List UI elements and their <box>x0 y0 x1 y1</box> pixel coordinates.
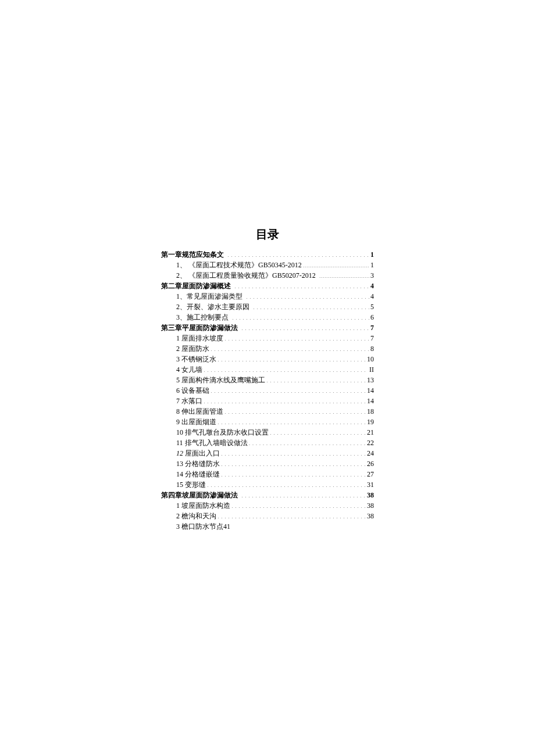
toc-entry-label: 9 出屋面烟道 <box>176 417 216 427</box>
toc-entry: 2 屋面防水8 <box>161 343 374 354</box>
toc-entry: 1 坡屋面防水构造38 <box>161 500 374 511</box>
toc-entry: 第四章坡屋面防渗漏做法38 <box>161 490 374 500</box>
toc-entry: 2、开裂、渗水主要原因5 <box>161 302 374 312</box>
toc-entry: 7 水落口14 <box>161 396 374 406</box>
toc-page-number: 14 <box>367 385 374 396</box>
toc-entry-label: 1、 《屋面工程技术规范》GB50345-2012 <box>176 260 302 270</box>
toc-leader <box>217 417 366 424</box>
toc-leader <box>241 490 366 497</box>
toc-entry: 4 女儿墙II <box>161 364 374 375</box>
toc-page-number: 38 <box>367 500 374 511</box>
toc-leader <box>204 396 366 403</box>
toc-entry: 6 设备基础14 <box>161 385 374 396</box>
toc-entry-label: 14 分格缝嵌缝 <box>176 469 220 479</box>
toc-entry-label: 7 水落口 <box>176 396 202 406</box>
toc-entry-label: 3、施工控制要点 <box>176 312 229 323</box>
toc-entry-label: 12 屋面出入口 <box>176 448 220 458</box>
toc-entry: 1、 《屋面工程技术规范》GB50345-20121 <box>161 260 374 270</box>
toc-entry: 第二章屋面防渗漏概述4 <box>161 281 374 291</box>
toc-entry: 14 分格缝嵌缝27 <box>161 469 374 479</box>
toc-page-number: 38 <box>367 490 374 500</box>
toc-page-number: 4 <box>370 291 374 302</box>
toc-leader <box>241 323 369 330</box>
toc-entry: 12 屋面出入口24 <box>161 448 374 458</box>
toc-entry: 2、 《屋面工程质量验收规范》GB50207-20123 <box>161 270 374 281</box>
toc-leader <box>246 292 369 299</box>
toc-page-number: 6 <box>370 312 374 323</box>
toc-leader <box>253 302 369 309</box>
toc-entry: 第三章平屋面防渗漏做法7 <box>161 323 374 333</box>
toc-entry: 1 屋面排水坡度7 <box>161 333 374 343</box>
toc-leader <box>234 281 369 288</box>
toc-leader <box>217 354 366 361</box>
toc-leader <box>319 271 369 278</box>
toc-page-number: 4 <box>370 281 374 291</box>
toc-leader <box>227 250 369 257</box>
toc-leader <box>204 365 368 372</box>
toc-page-number: 7 <box>370 333 374 343</box>
toc-entry-label: 4 女儿墙 <box>176 364 202 375</box>
toc-leader <box>303 260 369 267</box>
toc-entry-label: 15 变形缝 <box>176 479 206 490</box>
toc-entry: 第一章规范应知条文1 <box>161 249 374 260</box>
toc-page-number: 22 <box>367 438 374 448</box>
toc-entry: 5 屋面构件滴水线及鹰嘴施工13 <box>161 375 374 385</box>
toc-page-number: 26 <box>367 458 374 469</box>
toc-entry-label: 2 檐沟和天沟 <box>176 511 216 521</box>
toc-entry-label: 第三章平屋面防渗漏做法 <box>161 323 238 333</box>
toc-page-number: 1 <box>370 260 374 270</box>
toc-leader <box>232 313 369 320</box>
toc-page-number: 13 <box>367 375 374 385</box>
toc-leader <box>224 407 366 414</box>
toc-entry-label: 2、 《屋面工程质量验收规范》GB50207-2012 <box>176 270 316 281</box>
toc-entry-label: 8 伸出屋面管道 <box>176 406 223 417</box>
toc-entry-label: 3 檐口防水节点41 <box>176 521 374 532</box>
toc-page-number: 8 <box>370 343 374 354</box>
toc-entry: 3 不锈钢泛水10 <box>161 354 374 364</box>
toc-leader <box>231 501 366 508</box>
toc-leader <box>207 480 366 487</box>
document-page: 目录 第一章规范应知条文11、 《屋面工程技术规范》GB50345-201212… <box>0 0 535 532</box>
toc-page-number: 10 <box>367 354 374 364</box>
toc-entry-label: 1 屋面排水坡度 <box>176 333 223 343</box>
toc-entry: 9 出屋面烟道19 <box>161 417 374 427</box>
toc-leader <box>270 428 366 435</box>
toc-page-number: 1 <box>370 249 374 260</box>
toc-entry-label: 2 屋面防水 <box>176 343 209 354</box>
toc-entry: 13 分格缝防水26 <box>161 458 374 469</box>
toc-leader <box>211 386 366 393</box>
toc-page-number: 24 <box>367 448 374 458</box>
toc-title: 目录 <box>161 227 374 242</box>
toc-page-number: 21 <box>367 427 374 438</box>
toc-entry-label: 13 分格缝防水 <box>176 458 220 469</box>
toc-leader <box>211 344 369 351</box>
toc-leader <box>224 334 369 341</box>
toc-page-number: 14 <box>367 396 374 406</box>
toc-entry-label: 6 设备基础 <box>176 385 209 396</box>
toc-page-number: 3 <box>370 270 374 281</box>
toc-leader <box>217 511 366 518</box>
toc-entry-label: 第一章规范应知条文 <box>161 249 224 260</box>
toc-leader <box>221 449 366 456</box>
toc-page-number: 31 <box>367 479 374 490</box>
toc-entry-label: 第四章坡屋面防渗漏做法 <box>161 490 238 500</box>
toc-page-number: II <box>369 364 374 375</box>
toc-entry-label: 3 不锈钢泛水 <box>176 354 216 364</box>
toc-entry: 10 排气孔墩台及防水收口设置21 <box>161 427 374 438</box>
toc-entry: 1、常见屋面渗漏类型4 <box>161 291 374 302</box>
toc-page-number: 19 <box>367 417 374 427</box>
toc-leader <box>266 375 366 382</box>
toc-entry: 11 排气孔入墙暗设做法22 <box>161 438 374 448</box>
toc-entry: 2 檐沟和天沟38 <box>161 511 374 521</box>
toc-page-number: 38 <box>367 511 374 521</box>
toc-page-number: 5 <box>370 302 374 312</box>
toc-page-number: 27 <box>367 469 374 479</box>
toc-entry: 3 檐口防水节点41 <box>161 521 374 532</box>
toc-entry: 15 变形缝31 <box>161 479 374 490</box>
toc-entry-label: 11 排气孔入墙暗设做法 <box>176 438 248 448</box>
toc-leader <box>221 470 366 476</box>
toc-entry-label: 1 坡屋面防水构造 <box>176 500 230 511</box>
toc-entry-label: 第二章屋面防渗漏概述 <box>161 281 231 291</box>
toc-entry-label: 10 排气孔墩台及防水收口设置 <box>176 427 269 438</box>
table-of-contents: 第一章规范应知条文11、 《屋面工程技术规范》GB50345-201212、 《… <box>161 249 374 532</box>
